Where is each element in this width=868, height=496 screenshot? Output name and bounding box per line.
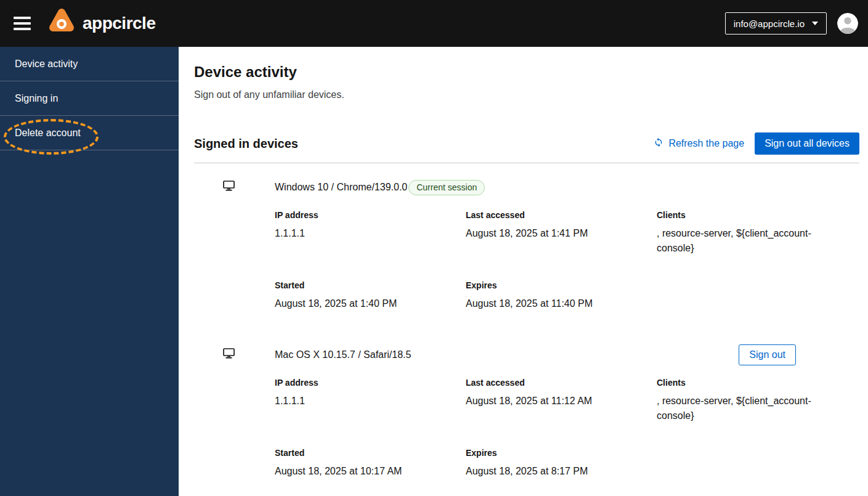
field-label: Started: [275, 280, 466, 290]
field-value: , resource-server, ${client_account-cons…: [657, 394, 826, 423]
device-icon-col: [194, 179, 275, 311]
avatar[interactable]: [837, 13, 858, 34]
brand-name: appcircle: [83, 14, 155, 33]
field-value: August 18, 2025 at 1:41 PM: [466, 226, 657, 241]
chevron-down-icon: [812, 22, 818, 25]
device-details-grid: IP address 1.1.1.1 Last accessed August …: [275, 378, 859, 479]
appcircle-logo: appcircle: [46, 6, 155, 41]
top-header: appcircle info@appcircle.io: [0, 0, 868, 47]
desktop-monitor-icon: [223, 182, 235, 193]
user-email: info@appcircle.io: [734, 18, 805, 29]
sidebar-item-signing-in[interactable]: Signing in: [0, 81, 179, 116]
field-label: Clients: [657, 210, 859, 220]
sign-out-device-button[interactable]: Sign out: [739, 344, 796, 365]
field-value: August 18, 2025 at 11:12 AM: [466, 394, 657, 409]
refresh-label: Refresh the page: [668, 138, 744, 149]
device-row-mac: Mac OS X 10.15.7 / Safari/18.5 Sign out …: [194, 331, 859, 496]
sign-out-all-devices-button[interactable]: Sign out all devices: [755, 132, 859, 155]
header-right: info@appcircle.io: [725, 12, 858, 35]
sidebar-nav: Device activity Signing in Delete accoun…: [0, 47, 179, 496]
desktop-monitor-icon: [223, 350, 235, 360]
sidebar-item-label: Delete account: [15, 128, 81, 139]
app-window: appcircle info@appcircle.io Device activ…: [0, 0, 868, 496]
refresh-icon: [654, 137, 663, 150]
signed-in-devices-header: Signed in devices Refresh the page Sign …: [194, 132, 859, 155]
device-title: Windows 10 / Chrome/139.0.0: [275, 182, 407, 193]
field-clients: Clients , resource-server, ${client_acco…: [657, 210, 859, 256]
field-ip-address: IP address 1.1.1.1: [275, 210, 466, 256]
current-session-badge: Current session: [408, 180, 485, 195]
field-value: 1.1.1.1: [275, 226, 466, 241]
refresh-page-link[interactable]: Refresh the page: [654, 137, 744, 150]
field-value: August 18, 2025 at 8:17 PM: [466, 464, 657, 479]
device-icon-col: [194, 347, 275, 479]
field-empty: [657, 448, 859, 479]
field-last-accessed: Last accessed August 18, 2025 at 1:41 PM: [466, 210, 657, 256]
device-row-windows: Windows 10 / Chrome/139.0.0 Current sess…: [194, 163, 859, 331]
sidebar-item-label: Signing in: [15, 93, 58, 104]
user-menu-dropdown[interactable]: info@appcircle.io: [725, 12, 827, 35]
field-value: 1.1.1.1: [275, 394, 466, 409]
main-content: Device activity Sign out of any unfamili…: [179, 47, 868, 496]
field-label: Expires: [466, 280, 657, 290]
field-label: Clients: [657, 378, 859, 388]
field-value: August 18, 2025 at 10:17 AM: [275, 464, 466, 479]
device-title: Mac OS X 10.15.7 / Safari/18.5: [275, 349, 411, 360]
field-started: Started August 18, 2025 at 1:40 PM: [275, 280, 466, 311]
hamburger-menu-icon[interactable]: [14, 17, 31, 30]
field-ip-address: IP address 1.1.1.1: [275, 378, 466, 423]
sidebar-item-delete-account[interactable]: Delete account: [0, 116, 179, 150]
field-last-accessed: Last accessed August 18, 2025 at 11:12 A…: [466, 378, 657, 423]
field-expires: Expires August 18, 2025 at 11:40 PM: [466, 280, 657, 311]
field-value: , resource-server, ${client_account-cons…: [657, 226, 826, 256]
field-label: Expires: [466, 448, 657, 458]
field-label: IP address: [275, 210, 466, 220]
sidebar-item-device-activity[interactable]: Device activity: [0, 47, 179, 81]
field-expires: Expires August 18, 2025 at 8:17 PM: [466, 448, 657, 479]
field-value: August 18, 2025 at 11:40 PM: [466, 296, 657, 311]
appcircle-logo-icon: [46, 6, 78, 41]
field-empty: [657, 280, 859, 311]
field-value: August 18, 2025 at 1:40 PM: [275, 296, 466, 311]
field-label: Last accessed: [466, 378, 657, 388]
field-started: Started August 18, 2025 at 10:17 AM: [275, 448, 466, 479]
device-details-grid: IP address 1.1.1.1 Last accessed August …: [275, 210, 859, 311]
field-label: IP address: [275, 378, 466, 388]
field-label: Last accessed: [466, 210, 657, 220]
field-clients: Clients , resource-server, ${client_acco…: [657, 378, 859, 423]
page-subtitle: Sign out of any unfamiliar devices.: [194, 89, 859, 100]
section-title: Signed in devices: [194, 137, 298, 151]
field-label: Started: [275, 448, 466, 458]
page-title: Device activity: [194, 63, 859, 81]
sidebar-item-label: Device activity: [15, 59, 78, 70]
